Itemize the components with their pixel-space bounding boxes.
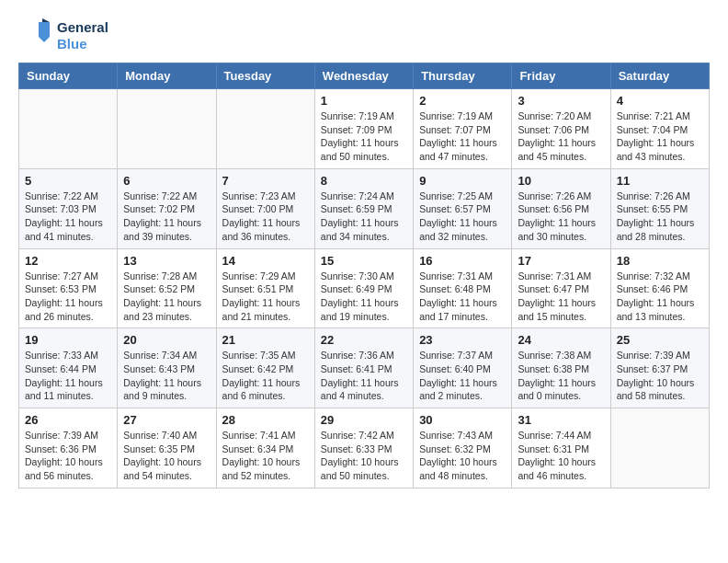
- day-info: Sunrise: 7:35 AM Sunset: 6:42 PM Dayligh…: [222, 349, 309, 403]
- day-number: 16: [419, 254, 506, 268]
- day-number: 31: [518, 413, 604, 427]
- day-number: 3: [518, 94, 604, 108]
- day-info: Sunrise: 7:22 AM Sunset: 7:03 PM Dayligh…: [25, 190, 111, 244]
- day-number: 13: [123, 254, 210, 268]
- day-info: Sunrise: 7:38 AM Sunset: 6:38 PM Dayligh…: [518, 349, 604, 403]
- calendar-cell: 12Sunrise: 7:27 AM Sunset: 6:53 PM Dayli…: [19, 248, 118, 328]
- logo-general: General: [57, 19, 108, 36]
- weekday-header-saturday: Saturday: [610, 63, 709, 89]
- day-info: Sunrise: 7:40 AM Sunset: 6:35 PM Dayligh…: [123, 429, 210, 483]
- calendar-cell: 16Sunrise: 7:31 AM Sunset: 6:48 PM Dayli…: [414, 248, 512, 328]
- calendar-week-row: 19Sunrise: 7:33 AM Sunset: 6:44 PM Dayli…: [19, 328, 710, 408]
- calendar-cell: 18Sunrise: 7:32 AM Sunset: 6:46 PM Dayli…: [610, 248, 709, 328]
- day-number: 20: [123, 333, 210, 347]
- day-number: 25: [617, 333, 703, 347]
- calendar-cell: 31Sunrise: 7:44 AM Sunset: 6:31 PM Dayli…: [512, 408, 610, 488]
- day-number: 7: [222, 174, 309, 188]
- calendar-week-row: 26Sunrise: 7:39 AM Sunset: 6:36 PM Dayli…: [19, 408, 710, 488]
- weekday-header-friday: Friday: [512, 63, 610, 89]
- day-info: Sunrise: 7:24 AM Sunset: 6:59 PM Dayligh…: [321, 190, 407, 244]
- day-info: Sunrise: 7:23 AM Sunset: 7:00 PM Dayligh…: [222, 190, 309, 244]
- calendar-cell: 30Sunrise: 7:43 AM Sunset: 6:32 PM Dayli…: [414, 408, 512, 488]
- day-info: Sunrise: 7:41 AM Sunset: 6:34 PM Dayligh…: [222, 429, 309, 483]
- day-info: Sunrise: 7:31 AM Sunset: 6:48 PM Dayligh…: [419, 270, 506, 324]
- calendar-cell: 20Sunrise: 7:34 AM Sunset: 6:43 PM Dayli…: [118, 328, 216, 408]
- calendar-week-row: 12Sunrise: 7:27 AM Sunset: 6:53 PM Dayli…: [19, 248, 710, 328]
- calendar-cell: [216, 89, 314, 169]
- day-number: 14: [222, 254, 309, 268]
- page-header: General Blue: [18, 18, 710, 53]
- calendar-cell: 6Sunrise: 7:22 AM Sunset: 7:02 PM Daylig…: [118, 168, 216, 248]
- day-info: Sunrise: 7:27 AM Sunset: 6:53 PM Dayligh…: [25, 270, 111, 324]
- day-number: 17: [518, 254, 604, 268]
- day-info: Sunrise: 7:26 AM Sunset: 6:56 PM Dayligh…: [518, 190, 604, 244]
- day-number: 19: [25, 333, 111, 347]
- day-info: Sunrise: 7:20 AM Sunset: 7:06 PM Dayligh…: [518, 109, 604, 164]
- weekday-header-monday: Monday: [118, 63, 216, 89]
- day-number: 21: [222, 333, 309, 347]
- day-number: 11: [617, 174, 703, 188]
- logo: General Blue: [18, 18, 108, 53]
- day-info: Sunrise: 7:25 AM Sunset: 6:57 PM Dayligh…: [419, 190, 506, 244]
- weekday-header-thursday: Thursday: [414, 63, 512, 89]
- day-info: Sunrise: 7:21 AM Sunset: 7:04 PM Dayligh…: [617, 109, 703, 164]
- calendar-cell: 8Sunrise: 7:24 AM Sunset: 6:59 PM Daylig…: [314, 168, 413, 248]
- calendar-cell: 17Sunrise: 7:31 AM Sunset: 6:47 PM Dayli…: [512, 248, 610, 328]
- day-info: Sunrise: 7:42 AM Sunset: 6:33 PM Dayligh…: [321, 429, 407, 483]
- day-info: Sunrise: 7:29 AM Sunset: 6:51 PM Dayligh…: [222, 270, 309, 324]
- svg-marker-0: [39, 22, 50, 42]
- day-info: Sunrise: 7:19 AM Sunset: 7:07 PM Dayligh…: [419, 109, 506, 164]
- calendar-cell: 1Sunrise: 7:19 AM Sunset: 7:09 PM Daylig…: [314, 89, 413, 169]
- day-info: Sunrise: 7:44 AM Sunset: 6:31 PM Dayligh…: [518, 429, 604, 483]
- day-info: Sunrise: 7:22 AM Sunset: 7:02 PM Dayligh…: [123, 190, 210, 244]
- day-info: Sunrise: 7:32 AM Sunset: 6:46 PM Dayligh…: [617, 270, 703, 324]
- calendar-table: SundayMondayTuesdayWednesdayThursdayFrid…: [18, 63, 710, 488]
- logo-blue: Blue: [57, 36, 108, 52]
- day-info: Sunrise: 7:26 AM Sunset: 6:55 PM Dayligh…: [617, 190, 703, 244]
- calendar-cell: 15Sunrise: 7:30 AM Sunset: 6:49 PM Dayli…: [314, 248, 413, 328]
- calendar-cell: 7Sunrise: 7:23 AM Sunset: 7:00 PM Daylig…: [216, 168, 314, 248]
- day-number: 9: [419, 174, 506, 188]
- calendar-cell: 11Sunrise: 7:26 AM Sunset: 6:55 PM Dayli…: [610, 168, 709, 248]
- day-number: 2: [419, 94, 506, 108]
- day-info: Sunrise: 7:43 AM Sunset: 6:32 PM Dayligh…: [419, 429, 506, 483]
- svg-marker-1: [42, 18, 50, 22]
- day-info: Sunrise: 7:31 AM Sunset: 6:47 PM Dayligh…: [518, 270, 604, 324]
- calendar-cell: [610, 408, 709, 488]
- day-info: Sunrise: 7:30 AM Sunset: 6:49 PM Dayligh…: [321, 270, 407, 324]
- day-number: 1: [321, 94, 407, 108]
- calendar-cell: 5Sunrise: 7:22 AM Sunset: 7:03 PM Daylig…: [19, 168, 118, 248]
- day-number: 29: [321, 413, 407, 427]
- day-number: 12: [25, 254, 111, 268]
- day-number: 6: [123, 174, 210, 188]
- calendar-cell: 4Sunrise: 7:21 AM Sunset: 7:04 PM Daylig…: [610, 89, 709, 169]
- day-number: 27: [123, 413, 210, 427]
- day-info: Sunrise: 7:34 AM Sunset: 6:43 PM Dayligh…: [123, 349, 210, 403]
- weekday-header-tuesday: Tuesday: [216, 63, 314, 89]
- logo-svg-icon: [18, 18, 53, 53]
- day-number: 24: [518, 333, 604, 347]
- day-info: Sunrise: 7:19 AM Sunset: 7:09 PM Dayligh…: [321, 109, 407, 164]
- day-number: 22: [321, 333, 407, 347]
- day-info: Sunrise: 7:39 AM Sunset: 6:36 PM Dayligh…: [25, 429, 111, 483]
- calendar-cell: 27Sunrise: 7:40 AM Sunset: 6:35 PM Dayli…: [118, 408, 216, 488]
- calendar-cell: 10Sunrise: 7:26 AM Sunset: 6:56 PM Dayli…: [512, 168, 610, 248]
- calendar-cell: 3Sunrise: 7:20 AM Sunset: 7:06 PM Daylig…: [512, 89, 610, 169]
- day-info: Sunrise: 7:28 AM Sunset: 6:52 PM Dayligh…: [123, 270, 210, 324]
- weekday-header-sunday: Sunday: [19, 63, 118, 89]
- calendar-week-row: 1Sunrise: 7:19 AM Sunset: 7:09 PM Daylig…: [19, 89, 710, 169]
- calendar-week-row: 5Sunrise: 7:22 AM Sunset: 7:03 PM Daylig…: [19, 168, 710, 248]
- calendar-cell: 26Sunrise: 7:39 AM Sunset: 6:36 PM Dayli…: [19, 408, 118, 488]
- calendar-cell: 13Sunrise: 7:28 AM Sunset: 6:52 PM Dayli…: [118, 248, 216, 328]
- day-number: 26: [25, 413, 111, 427]
- day-number: 8: [321, 174, 407, 188]
- day-number: 15: [321, 254, 407, 268]
- calendar-cell: 25Sunrise: 7:39 AM Sunset: 6:37 PM Dayli…: [610, 328, 709, 408]
- day-info: Sunrise: 7:36 AM Sunset: 6:41 PM Dayligh…: [321, 349, 407, 403]
- calendar-cell: 2Sunrise: 7:19 AM Sunset: 7:07 PM Daylig…: [414, 89, 512, 169]
- calendar-cell: [118, 89, 216, 169]
- day-number: 30: [419, 413, 506, 427]
- calendar-cell: 19Sunrise: 7:33 AM Sunset: 6:44 PM Dayli…: [19, 328, 118, 408]
- day-info: Sunrise: 7:39 AM Sunset: 6:37 PM Dayligh…: [617, 349, 703, 403]
- calendar-cell: 28Sunrise: 7:41 AM Sunset: 6:34 PM Dayli…: [216, 408, 314, 488]
